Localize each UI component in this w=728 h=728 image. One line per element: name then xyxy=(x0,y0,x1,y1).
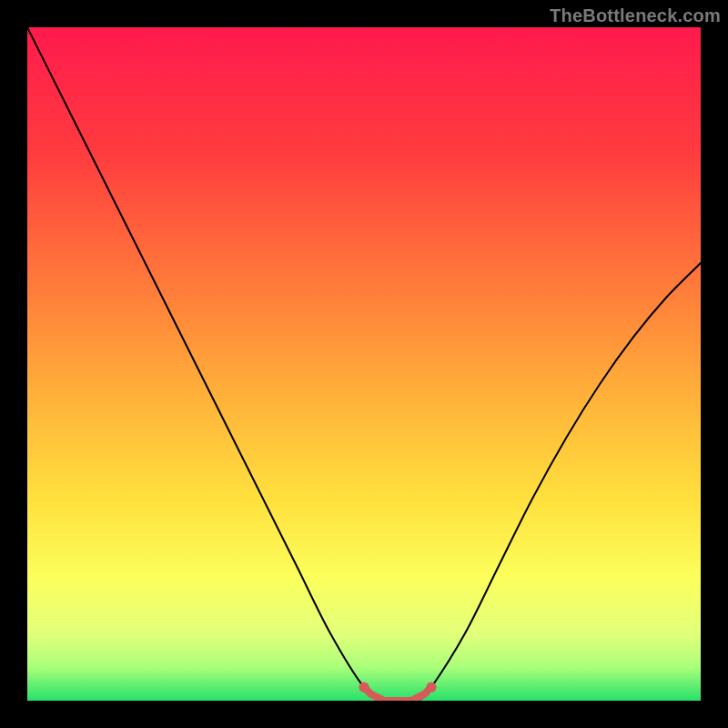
watermark-text: TheBottleneck.com xyxy=(550,5,721,26)
chart-curve-canvas xyxy=(27,27,701,701)
chart-plot-area xyxy=(27,27,701,701)
